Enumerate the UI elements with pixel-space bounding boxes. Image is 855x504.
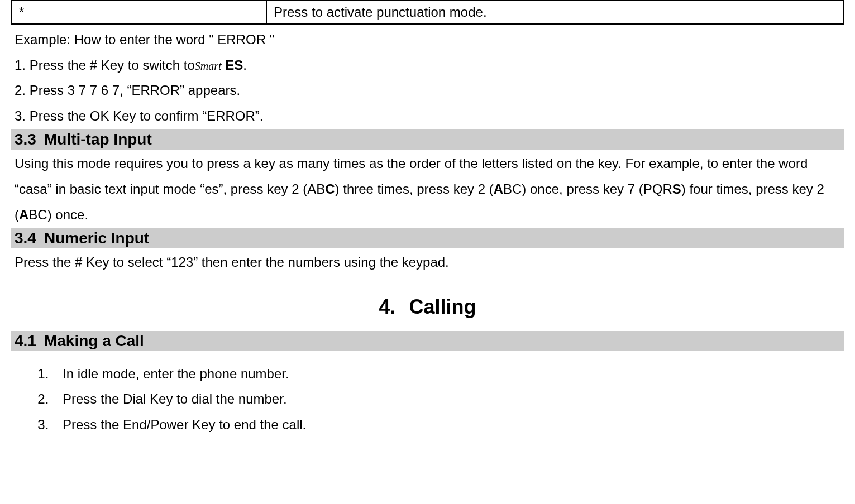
table-row: * Press to activate punctuation mode. [12, 1, 843, 24]
list-item: In idle mode, enter the phone number. [52, 361, 844, 387]
step1-text-a: 1. Press the # Key to switch to [15, 57, 195, 73]
chapter-name: Calling [409, 295, 476, 318]
desc-cell: Press to activate punctuation mode. [266, 1, 843, 24]
section-3-4-body: Press the # Key to select “123” then ent… [11, 249, 844, 275]
step1-es: ES [222, 57, 243, 73]
section-title: Numeric Input [44, 229, 149, 247]
example-step-3: 3. Press the OK Key to confirm “ERROR”. [15, 103, 840, 129]
example-step-1: 1. Press the # Key to switch toSmart ES. [15, 52, 840, 78]
chapter-title-4: 4.Calling [11, 295, 844, 319]
section-3-3-body: Using this mode requires you to press a … [11, 151, 844, 227]
making-call-steps: In idle mode, enter the phone number. Pr… [27, 361, 844, 438]
example-block: Example: How to enter the word " ERROR "… [11, 27, 844, 128]
list-item: Press the Dial Key to dial the number. [52, 386, 844, 412]
bold-s: S [672, 181, 681, 196]
smart-icon: Smart [195, 60, 222, 72]
body-e: BC) once, press key 7 (PQR [503, 181, 672, 196]
section-title: Making a Call [44, 332, 144, 349]
bold-a2: A [19, 207, 28, 222]
section-heading-4-1: 4.1Making a Call [11, 331, 844, 351]
section-heading-3-3: 3.3Multi-tap Input [11, 129, 844, 150]
body-i: BC) once. [28, 207, 88, 222]
section-heading-3-4: 3.4Numeric Input [11, 228, 844, 248]
section-number: 3.4 [15, 229, 36, 247]
section-title: Multi-tap Input [44, 131, 152, 148]
example-title: Example: How to enter the word " ERROR " [15, 27, 840, 52]
bold-c: C [325, 181, 335, 196]
bold-a1: A [494, 181, 503, 196]
step1-period: . [243, 57, 247, 73]
key-cell: * [12, 1, 266, 24]
key-description-table: * Press to activate punctuation mode. [11, 0, 844, 25]
list-item: Press the End/Power Key to end the call. [52, 412, 844, 438]
body-c: ) three times, press key 2 ( [335, 181, 494, 196]
chapter-number: 4. [379, 295, 395, 318]
section-number: 4.1 [15, 332, 36, 349]
section-number: 3.3 [15, 131, 36, 148]
example-step-2: 2. Press 3 7 7 6 7, “ERROR” appears. [15, 78, 840, 103]
